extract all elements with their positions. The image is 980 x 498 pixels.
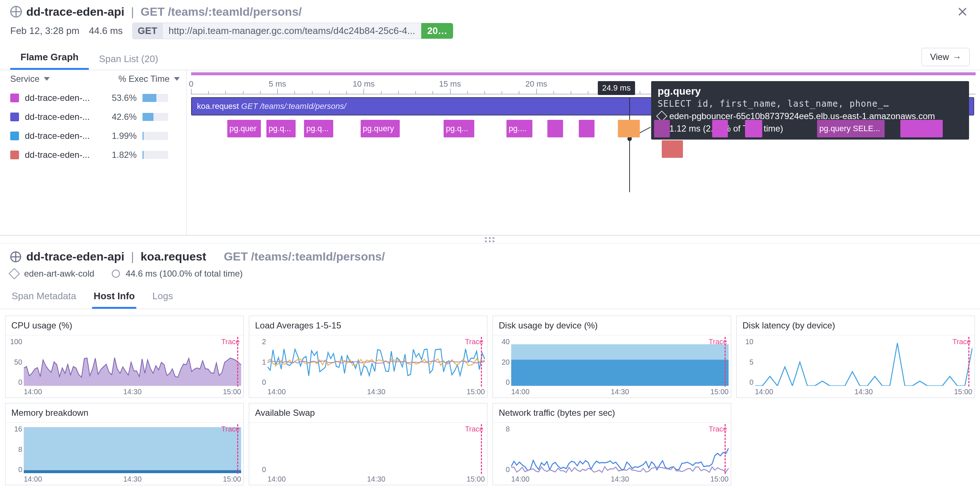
legend-service-label: dd-trace-eden-... — [25, 150, 98, 160]
chart-plot — [511, 338, 729, 386]
legend-mini-bar — [143, 151, 168, 159]
chart-card[interactable]: Memory breakdown 1680 Trace 14:0014:3015… — [5, 403, 244, 485]
legend-row[interactable]: dd-trace-eden-... 42.6% — [10, 107, 180, 126]
globe-icon — [10, 6, 22, 18]
tab-span-list[interactable]: Span List (20) — [89, 48, 169, 70]
hover-time-badge: 24.9 ms — [598, 81, 635, 95]
tab-host-info[interactable]: Host Info — [92, 285, 136, 309]
detail-tabs: Span Metadata Host Info Logs — [0, 285, 980, 309]
svg-rect-3 — [24, 470, 241, 473]
legend-service-label: dd-trace-eden-... — [25, 93, 98, 103]
flame-lanes[interactable]: koa.request GET /teams/:teamId/persons/ … — [191, 97, 975, 192]
color-swatch — [10, 151, 19, 159]
view-tabs: Flame Graph Span List (20) View → — [0, 44, 980, 70]
flame-span[interactable]: pg.quer — [227, 120, 261, 137]
panel-resize-handle[interactable] — [0, 235, 980, 243]
chart-title: Disk usage by device (%) — [493, 316, 731, 336]
http-status-badge: 20… — [421, 23, 453, 39]
detail-span-name: koa.request — [141, 250, 207, 263]
detail-service: dd-trace-eden-api — [26, 250, 124, 263]
flame-span[interactable]: pg.query SELE... — [817, 120, 885, 137]
flame-span[interactable]: pg.q... — [444, 120, 474, 137]
operation-name: GET /teams/:teamId/persons/ — [141, 5, 302, 19]
legend-pct: 53.6% — [104, 93, 137, 103]
exectime-column-header[interactable]: % Exec Time — [118, 74, 180, 84]
http-url[interactable]: http://api.team-manager.gc.com/teams/d4c… — [162, 23, 421, 39]
ruler-tick-label: 15 ms — [439, 79, 461, 89]
chart-plot — [24, 426, 241, 473]
flame-span[interactable] — [579, 120, 595, 137]
tab-span-metadata[interactable]: Span Metadata — [10, 285, 78, 309]
timestamp: Feb 12, 3:28 pm — [10, 25, 79, 37]
chart-title: CPU usage (%) — [5, 316, 243, 336]
legend-row[interactable]: dd-trace-eden-... 1.99% — [10, 126, 180, 145]
tab-flame-graph[interactable]: Flame Graph — [10, 46, 89, 70]
chart-title: Load Averages 1-5-15 — [249, 316, 487, 336]
legend-pct: 42.6% — [104, 112, 137, 122]
close-icon[interactable] — [955, 5, 970, 19]
tooltip-sql: SELECT id, first_name, last_name, phone_… — [658, 99, 963, 109]
color-swatch — [10, 113, 19, 121]
trace-marker-line — [481, 424, 482, 474]
trace-marker-line — [237, 424, 238, 474]
flame-span[interactable]: pg.query — [361, 120, 400, 137]
chart-plot — [755, 338, 972, 386]
clock-icon — [112, 270, 120, 278]
span-detail-sub: eden-art-awk-cold 44.6 ms (100.0% of tot… — [0, 266, 980, 285]
service-legend: Service % Exec Time dd-trace-eden-... 53… — [0, 70, 186, 235]
flame-span[interactable]: pg.q... — [304, 120, 333, 137]
chart-card[interactable]: CPU usage (%) 100500 Trace 14:0014:3015:… — [5, 316, 244, 398]
service-column-header[interactable]: Service — [10, 74, 50, 84]
flame-span[interactable] — [900, 120, 943, 137]
legend-row[interactable]: dd-trace-eden-... 53.6% — [10, 88, 180, 107]
chart-card[interactable]: Network traffic (bytes per sec) 80 Trace… — [493, 403, 731, 485]
chart-card[interactable]: Available Swap 0 Trace 14:0014:3015:00 — [249, 403, 487, 485]
chart-plot — [267, 426, 485, 473]
trace-marker-line — [968, 337, 969, 387]
title-separator: | — [129, 5, 136, 19]
view-button[interactable]: View → — [921, 48, 970, 66]
tooltip-host: eden-pgbouncer-65c10b8737924ee5.elb.us-e… — [670, 111, 935, 121]
chart-plot — [267, 338, 485, 386]
chart-card[interactable]: Load Averages 1-5-15 210 Trace 14:0014:3… — [249, 316, 487, 398]
chart-title: Available Swap — [249, 403, 487, 423]
flame-span[interactable]: pg.q... — [266, 120, 295, 137]
tooltip-title: pg.query — [658, 86, 963, 97]
detail-duration: 44.6 ms (100.0% of total time) — [126, 269, 243, 279]
chart-title: Disk latency (by device) — [737, 316, 975, 336]
flame-span[interactable] — [547, 120, 563, 137]
flame-span[interactable] — [745, 120, 762, 137]
trace-header: dd-trace-eden-api | GET /teams/:teamId/p… — [0, 0, 980, 21]
view-button-label: View — [930, 52, 949, 62]
svg-rect-2 — [24, 427, 241, 473]
legend-mini-bar — [143, 113, 168, 121]
tab-logs[interactable]: Logs — [151, 285, 174, 309]
detail-operation: GET /teams/:teamId/persons/ — [224, 250, 385, 263]
legend-service-label: dd-trace-eden-... — [25, 131, 98, 141]
detail-host: eden-art-awk-cold — [24, 269, 94, 279]
legend-mini-bar — [143, 94, 168, 102]
chart-title: Memory breakdown — [5, 403, 243, 423]
request-pill: GET http://api.team-manager.gc.com/teams… — [132, 23, 453, 39]
arrow-right-icon: → — [953, 52, 961, 62]
flame-graph[interactable]: 05 ms10 ms15 ms20 ms30 ms35 ms40 ms koa.… — [186, 70, 980, 235]
legend-row[interactable]: dd-trace-eden-... 1.82% — [10, 145, 180, 164]
chart-card[interactable]: Disk latency (by device) 1050 Trace 14:0… — [736, 316, 975, 398]
chart-plot — [511, 426, 729, 473]
trace-subheader: Feb 12, 3:28 pm 44.6 ms GET http://api.t… — [0, 21, 980, 44]
flame-span[interactable] — [662, 140, 683, 158]
ruler-tick-label: 5 ms — [269, 79, 286, 89]
trace-marker-line — [725, 337, 726, 387]
legend-service-label: dd-trace-eden-... — [25, 112, 98, 122]
globe-icon — [10, 251, 21, 263]
color-swatch — [10, 132, 19, 140]
flame-span[interactable] — [712, 120, 728, 137]
flame-span[interactable]: pg.... — [506, 120, 532, 137]
flame-span[interactable] — [654, 120, 670, 137]
flame-span[interactable] — [618, 120, 640, 137]
chart-card[interactable]: Disk usage by device (%) 40200 Trace 14:… — [493, 316, 731, 398]
minimap[interactable] — [191, 72, 975, 75]
hover-marker: 24.9 ms pg.query SELECT id, first_name, … — [629, 97, 630, 192]
chart-plot — [24, 338, 241, 386]
legend-pct: 1.82% — [104, 150, 137, 160]
